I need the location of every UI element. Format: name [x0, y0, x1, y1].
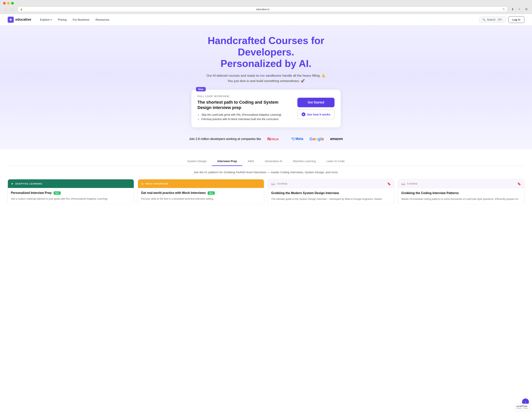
feature-list: ✓ Skip the LeetCode grind with PAL (Pers…	[198, 113, 293, 121]
coding-interview-card-desc: Master 24 essential coding patterns to s…	[401, 197, 521, 201]
tab-interview-prep[interactable]: Interview Prep	[212, 157, 242, 166]
companies-text: Join 2.6 million developers working at c…	[189, 137, 261, 141]
book-icon-2: 📖	[401, 182, 405, 186]
hero-subtitle: Our AI-tailored courses and ready-to-run…	[8, 73, 524, 83]
logo-icon	[8, 17, 14, 23]
address-bar[interactable]: 🔒 educative.io ↻	[18, 7, 507, 12]
nav-links: Explore ▾ Pricing For Business Resources	[37, 17, 479, 23]
mock-card-desc: Put your skills to the test in a simulat…	[141, 197, 261, 201]
tab-aws[interactable]: AWS	[242, 157, 259, 166]
hero-section: Handcrafted Courses for Developers. Pers…	[0, 25, 532, 149]
coding-interview-card: 📖 COURSE 🔖 Grokking the Coding Interview…	[398, 179, 524, 204]
explore-nav-link[interactable]: Explore ▾	[37, 17, 54, 23]
adaptive-header-label: ADAPTIVE LEARNING	[15, 183, 131, 185]
mock-card-title: Get real-world practice with Mock Interv…	[141, 191, 261, 195]
companies-row: Join 2.6 million developers working at c…	[8, 133, 524, 141]
adaptive-icon: ✦	[11, 182, 13, 186]
course-header-label-2: COURSE	[407, 183, 515, 185]
search-shortcut: ⌘K	[497, 18, 503, 21]
check-icon-1: ✓	[198, 113, 200, 116]
share-button[interactable]: ⬆	[510, 7, 515, 12]
logo-text: educative	[15, 18, 31, 22]
adaptive-learning-card: ✦ ADAPTIVE LEARNING Personalized Intervi…	[8, 179, 134, 204]
logo[interactable]: educative	[8, 17, 31, 23]
svg-point-0	[292, 139, 293, 140]
chevron-down-icon: ▾	[50, 18, 52, 21]
feature-actions: Get Started ▶ See how it works	[297, 95, 334, 122]
mock-interview-card: ⊡ MOCK INTERVIEW Get real-world practice…	[138, 179, 264, 204]
adaptive-card-header: ✦ ADAPTIVE LEARNING	[8, 179, 134, 188]
system-design-card-header: 📖 COURSE 🔖	[268, 179, 394, 188]
mock-card-body: Get real-world practice with Mock Interv…	[138, 188, 264, 204]
book-icon-1: 📖	[271, 182, 275, 186]
traffic-lights	[3, 2, 529, 5]
bookmark-icon-1[interactable]: 🔖	[387, 182, 391, 186]
adaptive-card-title: Personalized Interview Prep New	[11, 191, 131, 195]
tabs-section: System Design Interview Prep AWS Generat…	[0, 149, 532, 204]
tabs-nav: System Design Interview Prep AWS Generat…	[8, 157, 524, 166]
url-text: educative.io	[24, 8, 502, 11]
minimize-btn[interactable]	[7, 2, 10, 5]
system-design-card-desc: The ultimate guide to the System Design …	[271, 197, 391, 201]
hero-title: Handcrafted Courses for Developers. Pers…	[190, 35, 342, 69]
meta-logo: Meta	[291, 137, 303, 141]
coding-interview-card-title: Grokking the Coding Interview Patterns	[401, 191, 521, 195]
mock-header-label: MOCK INTERVIEW	[145, 183, 261, 185]
feature-bullet-2: ✓ Full-loop practice with AI Mock Interv…	[198, 118, 293, 121]
new-badge-adaptive: New	[54, 191, 61, 195]
feature-label: FULL LOOP INTERVIEW	[198, 95, 293, 98]
login-button[interactable]: Log In	[508, 16, 524, 23]
adaptive-card-desc: Get a custom roadmap tailored to your go…	[11, 197, 131, 201]
see-how-button[interactable]: ▶ See how it works	[297, 110, 334, 119]
tab-description: Join the #1 platform for Grokking FAANG-…	[8, 171, 524, 174]
fullscreen-btn[interactable]	[11, 2, 14, 5]
new-badge: New	[196, 87, 206, 92]
close-btn[interactable]	[3, 2, 6, 5]
tab-system-design[interactable]: System Design	[182, 157, 212, 166]
nav-right: 🔍 Search ⌘K Log In	[479, 16, 524, 23]
netflix-logo: NETFLIX	[267, 137, 279, 141]
google-logo: Google	[309, 137, 324, 141]
system-design-card-title: Grokking the Modern System Design Interv…	[271, 191, 391, 195]
search-icon: 🔍	[482, 18, 485, 21]
resources-nav-link[interactable]: Resources	[93, 17, 112, 23]
new-badge-mock: New	[208, 191, 215, 195]
feature-bullet-1: ✓ Skip the LeetCode grind with PAL (Pers…	[198, 113, 293, 116]
reload-icon[interactable]: ↻	[503, 8, 505, 11]
lock-icon: 🔒	[20, 8, 23, 10]
coding-interview-card-body: Grokking the Coding Interview Patterns M…	[398, 188, 524, 204]
feature-title: The shortest path to Coding and System D…	[198, 100, 293, 110]
system-design-course-card: 📖 COURSE 🔖 Grokking the Modern System De…	[268, 179, 394, 204]
course-header-label-1: COURSE	[277, 183, 385, 185]
new-tab-button[interactable]: +	[517, 7, 522, 12]
bookmark-icon-2[interactable]: 🔖	[517, 182, 521, 186]
amazon-logo: amazon	[330, 137, 343, 141]
cards-grid: ✦ ADAPTIVE LEARNING Personalized Intervi…	[8, 179, 524, 204]
adaptive-card-body: Personalized Interview Prep New Get a cu…	[8, 188, 134, 204]
forward-button[interactable]: ›	[10, 7, 15, 12]
tab-overview-button[interactable]: ⧉	[523, 7, 529, 12]
feature-card: New FULL LOOP INTERVIEW The shortest pat…	[191, 90, 341, 127]
mock-card-header: ⊡ MOCK INTERVIEW	[138, 179, 264, 188]
for-business-nav-link[interactable]: For Business	[70, 17, 92, 23]
play-icon: ▶	[302, 112, 305, 116]
system-design-card-body: Grokking the Modern System Design Interv…	[268, 188, 394, 204]
site-nav: educative Explore ▾ Pricing For Business…	[0, 14, 532, 25]
check-icon-2: ✓	[198, 118, 200, 121]
search-button[interactable]: 🔍 Search ⌘K	[479, 17, 506, 23]
browser-chrome: ‹ › 🔒 educative.io ↻ ⬆ + ⧉	[0, 0, 532, 14]
browser-nav: ‹ ›	[3, 7, 15, 12]
pricing-nav-link[interactable]: Pricing	[55, 17, 69, 23]
get-started-button[interactable]: Get Started	[297, 98, 334, 107]
coding-interview-card-header: 📖 COURSE 🔖	[398, 179, 524, 188]
feature-content: FULL LOOP INTERVIEW The shortest path to…	[198, 95, 293, 122]
mock-icon: ⊡	[141, 182, 143, 186]
back-button[interactable]: ‹	[3, 7, 9, 12]
tab-machine-learning[interactable]: Machine Learning	[288, 157, 321, 166]
tab-generative-ai[interactable]: Generative AI	[259, 157, 288, 166]
browser-toolbar: ‹ › 🔒 educative.io ↻ ⬆ + ⧉	[3, 7, 529, 12]
browser-actions: ⬆ + ⧉	[510, 7, 529, 12]
tab-learn-to-code[interactable]: Learn to Code	[321, 157, 350, 166]
